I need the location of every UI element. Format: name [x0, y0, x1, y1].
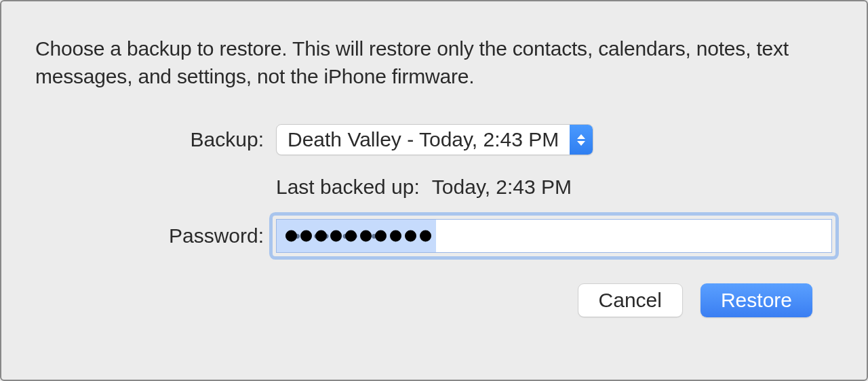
instruction-text: Choose a backup to restore. This will re…: [35, 35, 833, 90]
button-row: Cancel Restore: [35, 283, 833, 317]
password-input[interactable]: [276, 219, 832, 253]
restore-button[interactable]: Restore: [701, 283, 812, 317]
cancel-button[interactable]: Cancel: [578, 283, 683, 317]
last-backed-up-row: Last backed up: Today, 2:43 PM: [35, 176, 833, 199]
password-label: Password:: [35, 224, 276, 247]
last-backed-up-value: Today, 2:43 PM: [432, 176, 572, 199]
backup-selected-value: Death Valley - Today, 2:43 PM: [277, 128, 570, 151]
backup-label: Backup:: [35, 128, 276, 151]
restore-backup-dialog: Choose a backup to restore. This will re…: [1, 1, 867, 338]
last-backed-up-label: Last backed up:: [276, 176, 420, 199]
backup-row: Backup: Death Valley - Today, 2:43 PM: [35, 124, 833, 155]
updown-stepper-icon: [570, 124, 593, 155]
password-row: Password:: [35, 219, 833, 253]
backup-dropdown[interactable]: Death Valley - Today, 2:43 PM: [276, 124, 593, 155]
